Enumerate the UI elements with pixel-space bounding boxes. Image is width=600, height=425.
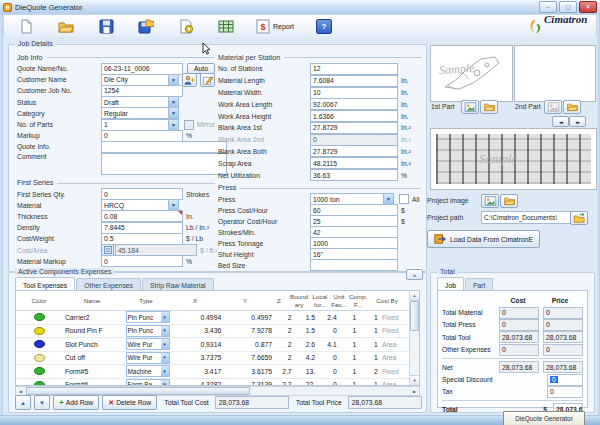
type-select[interactable]: Wire Pur▼ [126, 338, 170, 350]
table-cell[interactable]: 3.436 [172, 325, 223, 338]
table-cell[interactable]: 1 [339, 311, 359, 324]
table-cell[interactable]: 7.9278 [223, 325, 274, 338]
bed-size-input[interactable] [310, 259, 398, 271]
table-cell[interactable]: Round Pin F [63, 325, 124, 338]
table-row[interactable]: Form#5Machine▼3.4173.61752.713.012Fixed [16, 365, 419, 379]
comment-input[interactable] [101, 153, 227, 175]
vertical-scrollbar[interactable]: ▲ ▼ [409, 291, 419, 385]
table-cell[interactable]: 0 [317, 325, 339, 338]
material-markup-input[interactable]: 0 [101, 255, 183, 267]
table-cell[interactable]: 3.417 [172, 365, 223, 378]
work-area-height-input[interactable]: 1.6366 [310, 110, 398, 122]
net-utilization-input[interactable]: 36.63 [310, 169, 398, 181]
table-cell[interactable]: 1 [339, 338, 359, 351]
table-cell[interactable]: 0.4997 [223, 311, 274, 324]
prev-part-button[interactable]: ◂◂ [552, 116, 569, 127]
table-cell[interactable]: 13. [294, 365, 318, 378]
open-button[interactable] [56, 17, 76, 36]
table-cell[interactable]: 1 [358, 338, 380, 351]
table-cell[interactable]: 0 [317, 352, 339, 365]
type-select[interactable]: Form Ba▼ [126, 379, 170, 386]
table-cell[interactable]: 2.7 [274, 365, 294, 378]
mirror-checkbox[interactable] [184, 120, 194, 130]
column-header[interactable]: X [170, 291, 220, 310]
table-cell[interactable]: Wire Pur▼ [124, 338, 173, 351]
add-customer-button[interactable] [182, 73, 197, 87]
table-cell[interactable] [16, 379, 63, 387]
scroll-left-icon[interactable]: ◀ [16, 387, 25, 395]
load-data-button[interactable]: Load Data From CimatronE [427, 230, 540, 248]
table-cell[interactable]: 2 [274, 338, 294, 351]
add-row-button[interactable]: +Add Row [53, 395, 99, 410]
table-cell[interactable]: 0.9314 [172, 338, 223, 351]
material-width-input[interactable]: 10 [310, 87, 398, 99]
markup-input[interactable]: 0 [101, 130, 183, 142]
customer-name-select[interactable]: Die City▼ [101, 74, 179, 86]
table-cell[interactable]: 2 [274, 325, 294, 338]
table-cell[interactable]: 1 [339, 365, 359, 378]
strip-preview[interactable]: Sample [430, 128, 597, 190]
column-header[interactable]: Z [270, 291, 288, 310]
table-cell[interactable] [16, 352, 63, 365]
part1-preview[interactable]: Sample [430, 45, 513, 102]
column-header[interactable]: Unit Fac... [330, 291, 348, 310]
no-of-stations-input[interactable]: 12 [310, 63, 398, 75]
table-cell[interactable]: 0 [317, 365, 339, 378]
thickness-input[interactable]: 0.08 [101, 210, 183, 222]
cost-weight-input[interactable]: 0.5 [101, 233, 183, 245]
quote-name-input[interactable]: 06-23-11_0006 [101, 63, 183, 75]
table-cell[interactable] [16, 365, 63, 378]
table-cell[interactable] [16, 338, 63, 351]
collapse-button[interactable]: » [406, 269, 423, 280]
color-swatch[interactable] [34, 354, 45, 362]
new-button[interactable] [16, 17, 36, 36]
part2-image-button[interactable] [544, 100, 562, 114]
color-swatch[interactable] [34, 367, 45, 375]
table-cell[interactable] [16, 325, 63, 338]
table-cell[interactable]: Pin Punc▼ [124, 325, 173, 338]
table-cell[interactable]: 1 [358, 379, 380, 387]
report-button[interactable]: $ Report [256, 17, 294, 36]
table-cell[interactable]: 7.3139 [223, 379, 274, 387]
type-select[interactable]: Wire Pur▼ [126, 352, 170, 364]
browse-path-button[interactable] [570, 211, 588, 225]
table-cell[interactable]: Form#5 [63, 365, 124, 378]
table-cell[interactable]: 7.6659 [223, 352, 274, 365]
next-part-button[interactable]: ▸▸ [569, 116, 586, 127]
table-cell[interactable]: Cut off [63, 352, 124, 365]
part2-folder-button[interactable] [563, 100, 581, 114]
blank-area-both-input[interactable]: 27.8729 [310, 145, 398, 157]
move-down-button[interactable]: ▼ [34, 395, 50, 410]
project-path-input[interactable]: C:\Cimatron_Documents\ [481, 211, 572, 224]
material-length-input[interactable]: 7.6084 [310, 75, 398, 87]
part1-image-button[interactable] [461, 100, 479, 114]
column-header[interactable]: Type [122, 291, 170, 310]
delete-row-button[interactable]: ✕Delete Row [102, 395, 157, 410]
table-cell[interactable]: Form Ba▼ [124, 379, 173, 387]
density-input[interactable]: 7.8445 [101, 222, 183, 234]
scroll-up-icon[interactable]: ▲ [410, 291, 419, 301]
column-header[interactable]: Y [220, 291, 270, 310]
scroll-right-icon[interactable]: ▶ [410, 387, 419, 395]
tax-price[interactable]: 0 [547, 386, 583, 398]
project-image-button[interactable] [481, 194, 499, 208]
first-series-qty-input[interactable]: 0 [101, 188, 183, 200]
table-cell[interactable]: 4.2 [294, 352, 318, 365]
no-of-parts-select[interactable]: 1▼ [101, 119, 179, 131]
edit-customer-button[interactable] [200, 73, 215, 87]
project-image-folder-button[interactable] [500, 194, 518, 208]
table-cell[interactable]: 0.4994 [172, 311, 223, 324]
column-header[interactable]: Cost By [368, 291, 406, 310]
customer-job-no-input[interactable]: 1254 [101, 85, 183, 97]
type-select[interactable]: Machine▼ [126, 365, 170, 377]
table-cell[interactable]: 22. [294, 379, 318, 387]
part1-folder-button[interactable] [480, 100, 498, 114]
special-discount-price[interactable]: 0 [547, 374, 583, 386]
quote-info-input[interactable] [101, 141, 227, 153]
table-cell[interactable]: 2.4 [317, 311, 339, 324]
column-header[interactable]: Boundary [288, 291, 310, 310]
table-cell[interactable]: 2.6 [294, 338, 318, 351]
status-select[interactable]: Draft▼ [101, 96, 179, 108]
table-cell[interactable]: 1 [358, 352, 380, 365]
column-header[interactable]: Name [62, 291, 122, 310]
